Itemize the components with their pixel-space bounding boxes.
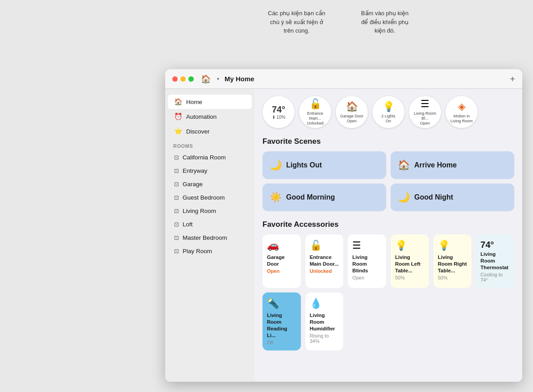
scene-arrive-home[interactable]: 🏠 Arrive Home <box>391 151 514 179</box>
tooltip-area: Các phụ kiện bạn cần chú ý sẽ xuất hiện … <box>268 9 408 35</box>
acc-motion-label: Motion inLiving Room <box>450 114 473 124</box>
lights-icon: 💡 <box>383 101 395 113</box>
tile-humidifier-name: Living Room Humidifier <box>310 312 339 332</box>
sidebar-item-home-label: Home <box>186 99 202 105</box>
room-icon: ⊡ <box>174 234 179 241</box>
sidebar-item-discover-label: Discover <box>186 128 210 135</box>
titlebar: 🏠 ▾ My Home + <box>165 69 522 89</box>
rooms-section-label: Rooms <box>165 139 254 150</box>
humidity-value: ⬇ 10% <box>272 115 286 120</box>
chevron-down-icon[interactable]: ▾ <box>217 76 219 81</box>
add-button[interactable]: + <box>510 75 515 83</box>
thermostat-temp: 74° <box>480 240 494 250</box>
tile-humidifier[interactable]: 💧 Living Room Humidifier Rising to 34% <box>305 292 344 350</box>
sidebar-item-master-bedroom[interactable]: ⊡ Master Bedroom <box>168 231 252 244</box>
good-morning-icon: ☀️ <box>270 192 282 203</box>
sidebar-item-discover[interactable]: ⭐ Discover <box>168 124 252 138</box>
sidebar-item-living-room[interactable]: ⊡ Living Room <box>168 204 252 217</box>
favorite-scenes-title: Favorite Scenes <box>262 137 514 146</box>
tile-garage-door-status: Open <box>267 268 279 274</box>
tile-reading-light-name: Living Room Reading Li... <box>267 312 296 339</box>
scene-lights-out[interactable]: 🌙 Lights Out <box>262 151 386 179</box>
sidebar-item-guest-bedroom[interactable]: ⊡ Guest Bedroom <box>168 191 252 204</box>
home-icon[interactable]: 🏠 <box>201 74 211 84</box>
tile-right-table[interactable]: 💡 Living Room Right Table... 50% <box>433 234 472 288</box>
tile-reading-light[interactable]: 🔦 Living Room Reading Li... Off <box>262 292 301 350</box>
acc-circle-garage-door[interactable]: 🏠 Garage DoorOpen <box>336 96 368 128</box>
tile-blinds[interactable]: ☰ Living Room Blinds Open <box>348 234 386 288</box>
traffic-lights <box>172 76 194 82</box>
automation-icon: ⏰ <box>174 113 183 121</box>
reading-light-icon: 🔦 <box>267 298 279 309</box>
tile-left-table-name: Living Room Left Table... <box>395 254 425 274</box>
favorite-accessories-title: Favorite Accessories <box>262 220 514 229</box>
lock-icon: 🔓 <box>309 98 321 110</box>
lights-out-icon: 🌙 <box>270 159 282 171</box>
tile-humidifier-status: Rising to 34% <box>310 333 339 344</box>
window-body: 🏠 Home ⏰ Automation ⭐ Discover Rooms ⊡ C… <box>165 89 522 382</box>
accessories-row1: 🚗 Garage Door Open 🔓 Entrance Main Door.… <box>262 234 514 288</box>
garage-door-icon: 🚗 <box>267 240 279 251</box>
sidebar-item-garage[interactable]: ⊡ Garage <box>168 178 252 191</box>
temperature-value: 74° <box>272 104 285 115</box>
room-icon: ⊡ <box>174 208 179 214</box>
scene-good-night[interactable]: 🌙 Good Night <box>391 183 514 211</box>
tile-right-table-status: 50% <box>438 275 448 280</box>
room-icon: ⊡ <box>174 221 179 228</box>
good-night-icon: 🌙 <box>398 192 410 203</box>
scenes-grid: 🌙 Lights Out 🏠 Arrive Home ☀️ Good Morni… <box>262 151 514 211</box>
sidebar-item-home[interactable]: 🏠 Home <box>168 95 252 109</box>
tile-thermostat[interactable]: 74° Living Room Thermostat Cooling to 74… <box>476 234 514 288</box>
acc-blinds-label: Living Room Bl...Open <box>411 111 439 125</box>
sidebar-item-loft[interactable]: ⊡ Loft <box>168 218 252 231</box>
tile-blinds-name: Living Room Blinds <box>352 254 382 274</box>
tile-garage-door[interactable]: 🚗 Garage Door Open <box>262 234 301 288</box>
entrance-lock-icon: 🔓 <box>310 240 322 251</box>
top-accessories-row: 74° ⬇ 10% 🔓 Entrance Main...Unlocked 🏠 G… <box>262 96 514 128</box>
tile-left-table-status: 50% <box>395 275 405 280</box>
room-icon: ⊡ <box>174 181 179 188</box>
tooltip-2: Bấm vào phụ kiện để điều khiển phụ kiện … <box>361 9 408 35</box>
sidebar-item-play-room[interactable]: ⊡ Play Room <box>168 245 252 258</box>
right-table-icon: 💡 <box>438 240 450 251</box>
tile-left-table[interactable]: 💡 Living Room Left Table... 50% <box>391 234 429 288</box>
minimize-button[interactable] <box>180 76 186 82</box>
sidebar-item-california-room[interactable]: ⊡ California Room <box>168 151 252 164</box>
acc-circle-entrance[interactable]: 🔓 Entrance Main...Unlocked <box>299 96 331 128</box>
room-icon: ⊡ <box>174 194 179 201</box>
room-icon: ⊡ <box>174 154 179 161</box>
tile-thermostat-status: Cooling to 74° <box>480 272 510 283</box>
motion-icon: ◈ <box>458 101 466 113</box>
tile-entrance-status: Unlocked <box>310 268 332 274</box>
window-title: My Home <box>225 75 254 83</box>
temperature-circle[interactable]: 74° ⬇ 10% <box>262 96 295 128</box>
sidebar-item-entryway[interactable]: ⊡ Entryway <box>168 164 252 177</box>
main-content: 74° ⬇ 10% 🔓 Entrance Main...Unlocked 🏠 G… <box>254 89 522 382</box>
home-nav-icon: 🏠 <box>174 98 183 106</box>
maximize-button[interactable] <box>188 76 194 82</box>
left-table-icon: 💡 <box>395 240 407 251</box>
tile-blinds-status: Open <box>352 275 364 280</box>
room-icon: ⊡ <box>174 167 179 174</box>
app-window: 🏠 ▾ My Home + 🏠 Home ⏰ Automation ⭐ Disc… <box>165 69 522 382</box>
discover-icon: ⭐ <box>174 127 183 135</box>
close-button[interactable] <box>172 76 178 82</box>
tile-right-table-name: Living Room Right Table... <box>438 254 467 274</box>
garage-icon: 🏠 <box>346 101 358 113</box>
humidifier-icon: 💧 <box>310 298 322 309</box>
acc-circle-motion[interactable]: ◈ Motion inLiving Room <box>446 96 478 128</box>
sidebar: 🏠 Home ⏰ Automation ⭐ Discover Rooms ⊡ C… <box>165 89 254 382</box>
tile-entrance-name: Entrance Main Door... <box>310 254 339 267</box>
blinds-tile-icon: ☰ <box>352 240 361 251</box>
acc-circle-blinds[interactable]: ☰ Living Room Bl...Open <box>409 96 441 128</box>
tile-reading-light-status: Off <box>267 340 273 345</box>
acc-garage-label: Garage DoorOpen <box>340 114 363 124</box>
scene-good-morning[interactable]: ☀️ Good Morning <box>262 183 386 211</box>
acc-circle-2-lights[interactable]: 💡 2 LightsOn <box>372 96 404 128</box>
arrive-home-icon: 🏠 <box>398 159 410 171</box>
tile-thermostat-name: Living Room Thermostat <box>480 251 510 271</box>
tile-entrance-main[interactable]: 🔓 Entrance Main Door... Unlocked <box>305 234 344 288</box>
sidebar-item-automation[interactable]: ⏰ Automation <box>168 109 252 124</box>
sidebar-item-automation-label: Automation <box>186 113 217 120</box>
acc-lights-label: 2 LightsOn <box>381 114 396 124</box>
